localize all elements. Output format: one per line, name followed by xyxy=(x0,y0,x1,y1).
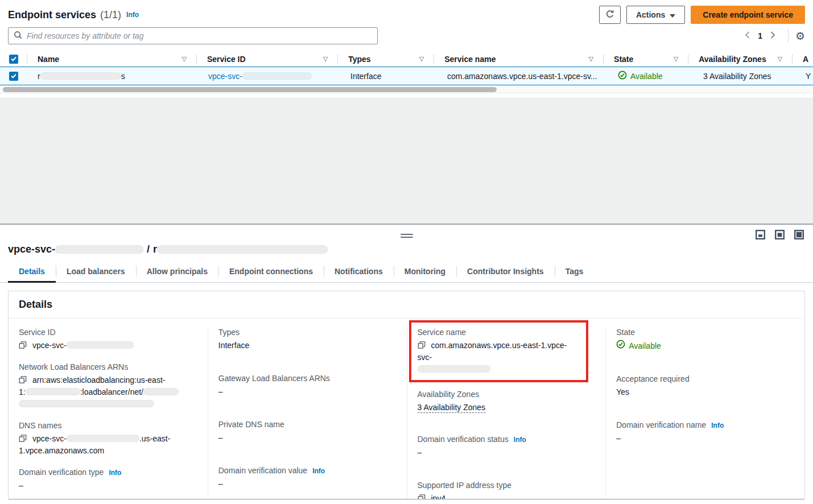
details-card: Details Service ID vpce-svc- Network Loa… xyxy=(8,291,805,499)
nlb-arn-line2-start: 1: xyxy=(19,387,26,396)
refresh-icon xyxy=(605,10,614,20)
field-state: State Available xyxy=(616,328,794,352)
info-link[interactable]: Info xyxy=(109,469,121,477)
refresh-button[interactable] xyxy=(599,6,621,24)
table-settings-button[interactable]: ⚙ xyxy=(795,31,805,42)
column-header-types[interactable]: Types ▽ xyxy=(338,51,434,67)
ip-type-value: ipv4 xyxy=(431,494,446,499)
details-grid: Service ID vpce-svc- Network Load Balanc… xyxy=(9,319,804,499)
page-header: Endpoint services (1/1) Info Actions Cre… xyxy=(0,0,813,27)
service-id-link[interactable]: vpce-svc- xyxy=(208,72,312,81)
field-label: Service ID xyxy=(19,328,197,337)
create-endpoint-service-button[interactable]: Create endpoint service xyxy=(691,6,805,24)
column-header-availability-zones[interactable]: Availability Zones ▽ xyxy=(688,51,793,67)
empty-value: – xyxy=(218,386,397,398)
row-service-name-cell: com.amazonaws.vpce.us-east-1.vpce-sv... xyxy=(437,72,608,81)
tab-details[interactable]: Details xyxy=(8,261,56,282)
redacted-title-id xyxy=(55,245,143,254)
field-glb-arns: Gateway Load Balancers ARNs – xyxy=(218,374,397,398)
select-all-checkbox[interactable] xyxy=(9,55,18,64)
actions-button[interactable]: Actions xyxy=(626,6,685,24)
column-label: Types xyxy=(348,55,370,64)
tab-load-balancers[interactable]: Load balancers xyxy=(56,261,136,282)
field-nlb-arns: Network Load Balancers ARNs arn:aws:elas… xyxy=(19,362,197,410)
filter-icon[interactable]: ▽ xyxy=(323,56,328,62)
header-actions: Actions Create endpoint service xyxy=(599,6,805,24)
filter-icon[interactable]: ▽ xyxy=(589,56,593,62)
copy-icon[interactable] xyxy=(418,494,426,499)
field-label: State xyxy=(616,328,794,337)
availability-zones-link[interactable]: 3 Availability Zones xyxy=(703,72,771,81)
select-all-cell xyxy=(0,51,27,67)
page-title: Endpoint services xyxy=(8,9,96,21)
resource-count: (1/1) xyxy=(100,9,121,21)
info-link[interactable]: Info xyxy=(514,436,526,444)
field-service-name: Service name com.amazonaws.vpce.us-east-… xyxy=(418,328,580,375)
row-availability-zones-cell: 3 Availability Zones xyxy=(693,72,798,81)
state-badge: Available xyxy=(618,71,663,81)
panel-size-small-button[interactable] xyxy=(756,230,765,239)
row-service-id-cell: vpce-svc- xyxy=(198,72,340,81)
table-header-row: Name ▽ Service ID ▽ Types ▽ Service name… xyxy=(0,51,813,67)
table-row[interactable]: rs vpce-svc- Interface com.amazonaws.vpc… xyxy=(0,67,813,85)
search-input[interactable] xyxy=(27,31,372,40)
column-label: Availability Zones xyxy=(699,55,766,64)
column-header-state[interactable]: State ▽ xyxy=(604,51,688,67)
panel-size-medium-button[interactable] xyxy=(775,230,785,239)
field-ip-address-type: Supported IP address type ipv4 xyxy=(418,481,596,499)
copy-icon[interactable] xyxy=(19,341,27,349)
panel-size-controls xyxy=(756,230,804,239)
availability-zones-link[interactable]: 3 Availability Zones xyxy=(418,403,486,413)
column-label: Name xyxy=(38,55,59,64)
filter-icon[interactable]: ▽ xyxy=(181,56,186,62)
filter-icon[interactable]: ▽ xyxy=(674,56,678,62)
next-page-button[interactable] xyxy=(766,29,780,43)
field-label: Supported IP address type xyxy=(418,481,596,490)
tab-allow-principals[interactable]: Allow principals xyxy=(136,261,218,282)
dns-suffix: .us-east- xyxy=(139,434,170,443)
row-state-cell: Available xyxy=(608,71,693,81)
empty-value: – xyxy=(218,478,397,490)
field-service-id: Service ID vpce-svc- xyxy=(19,328,197,352)
column-header-service-name[interactable]: Service name ▽ xyxy=(434,51,604,67)
chevron-right-icon xyxy=(770,31,775,40)
search-box[interactable] xyxy=(8,27,378,44)
field-label: Availability Zones xyxy=(418,390,596,399)
info-link[interactable]: Info xyxy=(312,467,325,475)
pagination: 1 ⚙ xyxy=(740,29,805,43)
panel-medium-icon xyxy=(775,233,785,241)
field-domain-verification-status: Domain verification statusInfo – xyxy=(418,435,596,458)
column-header-service-id[interactable]: Service ID ▽ xyxy=(197,51,338,67)
scrollbar-thumb[interactable] xyxy=(3,87,497,92)
actions-button-label: Actions xyxy=(636,10,665,19)
column-header-acceptance[interactable]: A xyxy=(793,51,813,67)
column-header-name[interactable]: Name ▽ xyxy=(27,51,197,67)
page-number[interactable]: 1 xyxy=(754,31,766,40)
row-checkbox[interactable] xyxy=(9,72,18,81)
tab-notifications[interactable]: Notifications xyxy=(324,261,394,282)
filter-icon[interactable]: ▽ xyxy=(419,56,424,62)
page-info-link[interactable]: Info xyxy=(126,11,139,19)
field-domain-verification-type: Domain verification typeInfo – xyxy=(19,468,197,491)
tab-contributor-insights[interactable]: Contributor Insights xyxy=(456,261,555,282)
tab-tags[interactable]: Tags xyxy=(555,261,595,282)
panel-drag-handle[interactable] xyxy=(401,232,413,239)
field-label: Domain verification statusInfo xyxy=(418,435,596,444)
copy-icon[interactable] xyxy=(418,341,426,349)
tab-endpoint-connections[interactable]: Endpoint connections xyxy=(218,261,324,282)
redacted-account-id xyxy=(26,388,80,395)
redacted-service-id xyxy=(242,72,312,80)
previous-page-button[interactable] xyxy=(740,29,754,43)
search-icon xyxy=(14,31,22,41)
pager-divider xyxy=(788,29,789,43)
copy-icon[interactable] xyxy=(19,375,27,384)
dns-line2: 1.vpce.amazonaws.com xyxy=(19,446,104,455)
info-link[interactable]: Info xyxy=(711,422,724,429)
copy-icon[interactable] xyxy=(19,434,27,443)
filter-icon[interactable]: ▽ xyxy=(778,56,782,62)
check-circle-icon xyxy=(616,340,625,352)
tab-monitoring[interactable]: Monitoring xyxy=(394,261,456,282)
panel-size-large-button[interactable] xyxy=(794,230,804,239)
endpoint-services-table: Name ▽ Service ID ▽ Types ▽ Service name… xyxy=(0,51,813,93)
row-name-prefix: r xyxy=(38,72,40,81)
